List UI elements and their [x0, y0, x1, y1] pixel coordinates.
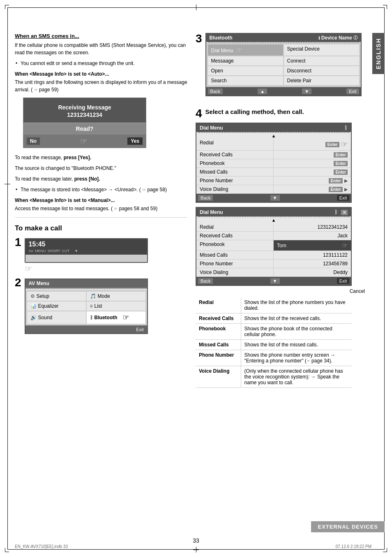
desc-phonebook: Shows the phone book of the connected ce… — [241, 324, 352, 340]
bt-footer: Back ▲ ▼ Exit — [206, 87, 361, 95]
dial-menu-screen-2: Dial Menu ᛒ ✕ ▲ Redial 12312341234 Recei… — [196, 207, 352, 286]
step2-number: 2 — [15, 277, 21, 288]
dial-cell2-voice-value: Deddy — [274, 268, 351, 276]
phonebook-enter-btn[interactable]: Enter — [334, 161, 348, 166]
dial-cell-missed-enter[interactable]: Enter — [274, 168, 351, 176]
received-enter-btn[interactable]: Enter — [334, 152, 348, 158]
setup-icon: ⚙ — [30, 293, 35, 299]
info-circle-icon: ⓘ — [353, 35, 357, 41]
message-info-manual-heading: When <Message Info> is set to <Manual>..… — [15, 197, 187, 203]
av-menu-list-label: List — [95, 303, 102, 309]
menu-icon: MENU — [35, 249, 46, 253]
step4-number: 4 — [196, 108, 202, 119]
dial-cell-missed-label: Missed Calls — [196, 168, 274, 176]
yes-button[interactable]: Yes — [127, 137, 143, 145]
dial-cell-phone-number-label: Phone Number — [196, 176, 274, 185]
voice-enter-btn[interactable]: Enter — [329, 187, 343, 192]
dial-row2-missed: Missed Calls 123111122 — [196, 251, 351, 260]
message-info-manual-body: Access the message list to read messages… — [15, 205, 187, 212]
av-menu-exit-label[interactable]: Exit — [136, 327, 143, 332]
message-info-auto-body: The unit rings and the following screen … — [15, 79, 187, 93]
av-menu-equalizer-label: Equalizer — [38, 303, 59, 309]
av-menu-item-setup[interactable]: ⚙ Setup — [27, 292, 86, 301]
phone-number-enter-btn[interactable]: Enter — [329, 178, 343, 183]
dial-cell-received-enter[interactable]: Enter — [274, 151, 351, 159]
dial-row-received: Received Calls Enter — [196, 151, 351, 159]
step1-number: 1 — [15, 237, 21, 248]
mode-icon: 🎵 — [90, 293, 96, 299]
bt-item-connect[interactable]: Connect — [284, 56, 359, 65]
corner-bl — [5, 548, 9, 552]
no-button[interactable]: No — [27, 137, 40, 145]
page: ENGLISH EXTERNAL DEVICES When an SMS com… — [0, 0, 392, 557]
equalizer-icon: 📊 — [30, 303, 37, 309]
bt-screen: Bluetooth ℹ Device Name ⓘ Dial Menu — [205, 33, 362, 96]
receiving-message-title: Receiving Message — [32, 104, 138, 111]
av-menu-item-equalizer[interactable]: 📊 Equalizer — [27, 302, 86, 311]
dial-cell2-missed-value: 123111122 — [274, 251, 351, 259]
dial-row2-phonebook: Phonebook Tom ☞ — [196, 240, 351, 251]
page-number: 33 — [193, 537, 199, 544]
dial-exit-btn-2[interactable]: Exit — [337, 278, 349, 284]
step3-section: 3 Bluetooth ℹ Device Name ⓘ — [196, 33, 377, 102]
dial-exit-btn-1[interactable]: Exit — [337, 195, 349, 201]
dial-back-btn-1[interactable]: Back — [198, 195, 213, 201]
make-call-section: To make a call 1 15:45 AV MENU S — [15, 224, 187, 338]
page-ref-icon2: ☞ — [142, 188, 146, 192]
language-label: ENGLISH — [375, 38, 382, 69]
dial-row-missed: Missed Calls Enter — [196, 168, 351, 176]
dial-cell2-missed-label: Missed Calls — [196, 251, 274, 259]
step4-heading: Select a calling method, then call. — [205, 108, 304, 115]
dial-header-1: Dial Menu ᛒ — [196, 123, 351, 132]
hand-cursor-redial-icon: ☞ — [341, 140, 348, 149]
message-info-auto-heading: When <Message Info> is set to <Auto>... — [15, 71, 187, 77]
to-read-later-bullet: The message is stored into <Message> → <… — [15, 186, 187, 193]
read-buttons-bar: No ☞ Yes — [23, 135, 146, 148]
bt-icon-1: ᛒ — [344, 125, 348, 131]
av-menu-dotted-divider — [25, 288, 147, 289]
dial-cell-phone-number-enter[interactable]: Enter ▶ — [274, 176, 351, 185]
term-phonebook: Phonebook — [196, 324, 241, 340]
step1-section: 1 15:45 AV MENU SHORT CUT — [15, 237, 187, 274]
dial-row2-phone-number: Phone Number 123456789 — [196, 260, 351, 268]
redial-enter-btn[interactable]: Enter — [325, 142, 339, 147]
table-row: Voice Dialing (Only when the connected c… — [196, 366, 352, 388]
to-read-later-bold: press [No]. — [74, 176, 100, 182]
bt-item-delete-pair[interactable]: Delete Pair — [284, 76, 359, 85]
bt-item-message[interactable]: Messaage — [208, 56, 283, 65]
sms-body: If the cellular phone is compatible with… — [15, 42, 187, 56]
voice-arrow-icon: ▶ — [344, 187, 348, 192]
bt-item-open[interactable]: Open — [208, 66, 283, 75]
av-menu-item-mode[interactable]: 🎵 Mode — [87, 292, 145, 301]
cancel-label: Cancel — [196, 288, 377, 294]
av-menu-item-list[interactable]: ≡ List — [87, 302, 145, 311]
av-menu-sound-label: Sound — [38, 315, 53, 320]
dial-cell-phonebook-enter[interactable]: Enter — [274, 159, 351, 167]
dial-back-btn-2[interactable]: Back — [198, 278, 213, 284]
dial-cell2-phonebook-value: Tom ☞ — [274, 240, 351, 251]
bt-item-special-device[interactable]: Special Device — [284, 44, 359, 56]
hand-cursor-icon: ☞ — [80, 136, 88, 146]
message-screen-inner: Receiving Message 12312341234 — [23, 98, 146, 123]
bt-back-btn[interactable]: Back — [208, 88, 223, 94]
av-menu-screen: AV Menu ⚙ Setup 🎵 Mode — [25, 278, 148, 334]
dial-cell-voice-enter[interactable]: Enter ▶ — [274, 185, 351, 193]
av-menu-item-sound[interactable]: 🔊 Sound — [27, 311, 86, 324]
missed-enter-btn[interactable]: Enter — [334, 169, 348, 175]
dial-row2-redial: Redial 12312341234 — [196, 223, 351, 232]
dial-cell-received-label: Received Calls — [196, 151, 274, 159]
bt-item-dial-menu[interactable]: Dial Menu ☞ — [208, 44, 283, 56]
bt-exit-btn[interactable]: Exit — [346, 88, 359, 94]
step2-content: AV Menu ⚙ Setup 🎵 Mode — [25, 277, 187, 338]
table-row: Received Calls Shows the list of the rec… — [196, 313, 352, 324]
av-menu-icon: AV — [29, 249, 33, 253]
av-menu-item-bluetooth[interactable]: ᛒ Bluetooth ☞ — [87, 311, 145, 324]
bt-item-disconnect[interactable]: Disconnect — [284, 66, 359, 75]
message-screen-prompt: Read? — [23, 123, 146, 135]
dial-cell-redial-enter[interactable]: Enter ☞ — [274, 139, 351, 150]
to-read-source-text: The source is changed to "Bluetooth PHON… — [15, 165, 187, 172]
dial-cell2-received-label: Received Calls — [196, 232, 274, 240]
dial-header-2: Dial Menu ᛒ ✕ — [196, 208, 351, 216]
bt-item-search[interactable]: Search — [208, 76, 283, 85]
corner-br — [383, 548, 387, 552]
